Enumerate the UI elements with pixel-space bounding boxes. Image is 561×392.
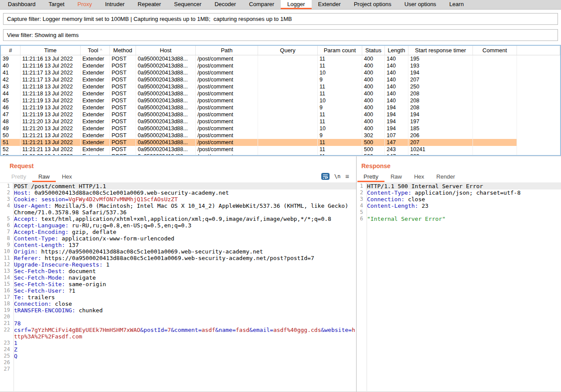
menu-tab-dashboard[interactable]: Dashboard [1,0,42,9]
request-tab-hex[interactable]: Hex [56,172,78,182]
newline-char-icon[interactable]: \n [334,173,340,179]
cell-param-count: 10 [318,125,362,132]
cell-id: 40 [1,62,20,69]
log-row-42[interactable]: 4211:21:17 13 Jul 2022ExtenderPOST0a9500… [1,76,560,83]
response-tab-pretty[interactable]: Pretty [357,172,384,182]
column-header-param-count[interactable]: Param count [318,46,362,55]
log-row-49[interactable]: 4911:21:20 13 Jul 2022ExtenderPOST0a9500… [1,125,560,132]
cell-filler [517,69,560,76]
cell-status: 400 [362,125,385,132]
cell-comment [473,83,517,90]
menu-tab-user-options[interactable]: User options [398,0,443,9]
request-line-13: 13Sec-Fetch-Dest: document [0,268,356,274]
log-row-44[interactable]: 4411:21:18 13 Jul 2022ExtenderPOST0a9500… [1,90,560,97]
request-tab-pretty[interactable]: Pretty [5,172,32,182]
line-number: 16 [0,287,13,294]
cell-tool: Extender [81,55,110,62]
column-header--[interactable]: # [1,46,20,55]
line-number: 23 [0,340,13,346]
line-content: csrf=7gYzhMCiFvi4gBEyUEEk7HmHSHM7xWAO&po… [13,327,356,340]
column-label: Time [44,47,56,54]
cell-host: 0a9500020413d88... [136,139,196,146]
cell-filler [517,118,560,125]
cell-time: 11:21:19 13 Jul 2022 [20,111,81,118]
cell-status: 400 [362,104,385,111]
cell-time: 11:21:19 13 Jul 2022 [20,97,81,104]
log-row-41[interactable]: 4111:21:17 13 Jul 2022ExtenderPOST0a9500… [1,69,560,76]
cell-id: 51 [1,139,20,146]
cell-tool: Extender [81,132,110,139]
menu-tab-learn[interactable]: Learn [443,0,470,9]
cell-status: 400 [362,69,385,76]
column-header-time[interactable]: Time [20,46,81,55]
line-number: 8 [0,235,13,242]
log-row-50[interactable]: 5011:21:21 13 Jul 2022ExtenderPOST0a9500… [1,132,560,139]
column-header-method[interactable]: Method [110,46,136,55]
cell-length: 107 [385,132,408,139]
response-tab-hex[interactable]: Hex [408,172,430,182]
column-header-host[interactable]: Host [136,46,196,55]
cell-id: 48 [1,118,20,125]
column-header-comment[interactable]: Comment [473,46,517,55]
cell-query [258,76,318,83]
response-editor[interactable]: 1HTTP/1.1 500 Internal Server Error2Cont… [357,182,561,391]
column-header-tool[interactable]: Tool^ [81,46,110,55]
cell-param-count: 10 [318,69,362,76]
response-tab-raw[interactable]: Raw [384,172,408,182]
cell-filler [517,125,560,132]
request-editor[interactable]: 1POST /post/comment HTTP/1.12Host: 0a950… [0,182,356,391]
menu-tab-repeater[interactable]: Repeater [131,0,167,9]
cell-timer: 208 [408,104,473,111]
capture-filter-bar[interactable]: Capture filter: Logger memory limit set … [3,13,558,25]
menu-tab-comparer[interactable]: Comparer [242,0,281,9]
menu-tab-sequencer[interactable]: Sequencer [167,0,208,9]
log-row-45[interactable]: 4511:21:19 13 Jul 2022ExtenderPOST0a9500… [1,97,560,104]
response-tab-render[interactable]: Render [430,172,461,182]
log-row-53[interactable]: 5311:21:22 13 Jul 2022ExtenderPOST0a9500… [1,153,560,156]
request-line-22: 22csrf=7gYzhMCiFvi4gBEyUEEk7HmHSHM7xWAO&… [0,327,356,340]
log-row-40[interactable]: 4011:21:16 13 Jul 2022ExtenderPOST0a9500… [1,62,560,69]
column-header-query[interactable]: Query [258,46,318,55]
log-row-51[interactable]: 5111:21:21 13 Jul 2022ExtenderPOST0a9500… [1,139,560,146]
request-line-16: 16Sec-Fetch-User: ?1 [0,287,356,294]
word-wrap-toggle-icon[interactable] [321,173,330,180]
line-content: Origin: https://0a9500020413d88ac08c5c1e… [13,248,356,255]
cell-id: 45 [1,97,20,104]
menu-tab-project-options[interactable]: Project options [347,0,398,9]
cell-time: 11:21:22 13 Jul 2022 [20,153,81,156]
menu-tab-logger[interactable]: Logger [281,0,311,9]
cell-status: 500 [362,146,385,153]
menu-tab-decoder[interactable]: Decoder [208,0,242,9]
editor-menu-icon[interactable]: ≡ [345,173,349,179]
line-number: 19 [0,307,13,314]
cell-tool: Extender [81,111,110,118]
menu-tab-intruder[interactable]: Intruder [99,0,131,9]
cell-timer: 207 [408,76,473,83]
cell-timer: 194 [408,69,473,76]
response-line-3: 3Connection: close [357,196,561,203]
cell-host: 0a9500020413d88... [136,83,196,90]
request-line-18: 18Connection: close [0,301,356,307]
cell-method: POST [110,111,136,118]
log-row-48[interactable]: 4811:21:20 13 Jul 2022ExtenderPOST0a9500… [1,118,560,125]
column-header-status[interactable]: Status [362,46,385,55]
column-header-start-response-timer[interactable]: Start response timer [408,46,473,55]
cell-id: 50 [1,132,20,139]
column-header-path[interactable]: Path [196,46,258,55]
menu-tab-target[interactable]: Target [42,0,71,9]
menu-tab-proxy[interactable]: Proxy [71,0,99,9]
view-filter-bar[interactable]: View filter: Showing all items [3,29,558,41]
log-row-43[interactable]: 4311:21:18 13 Jul 2022ExtenderPOST0a9500… [1,83,560,90]
log-row-52[interactable]: 5211:21:21 13 Jul 2022ExtenderPOST0a9500… [1,146,560,153]
cell-query [258,97,318,104]
log-row-39[interactable]: 3911:21:16 13 Jul 2022ExtenderPOST0a9500… [1,55,560,62]
logger-table: #TimeTool^MethodHostPathQueryParam count… [0,45,561,156]
log-row-47[interactable]: 4711:21:19 13 Jul 2022ExtenderPOST0a9500… [1,111,560,118]
request-tab-raw[interactable]: Raw [32,172,56,182]
line-content: tRANSFER-ENCODING: chunked [13,307,356,314]
column-header-length[interactable]: Length [385,46,408,55]
cell-filler [517,83,560,90]
log-row-46[interactable]: 4611:21:19 13 Jul 2022ExtenderPOST0a9500… [1,104,560,111]
cell-host: 0a9500020413d88... [136,153,196,156]
menu-tab-extender[interactable]: Extender [312,0,347,9]
